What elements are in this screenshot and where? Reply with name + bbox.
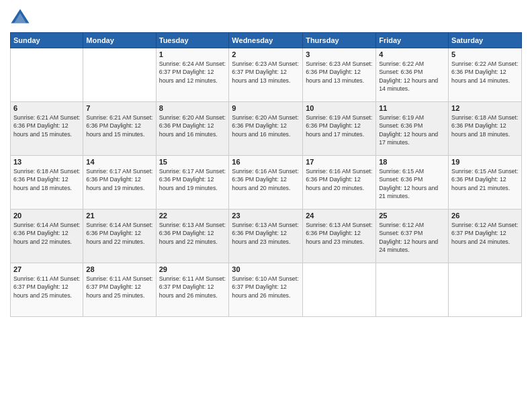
- day-number: 24: [306, 212, 373, 220]
- day-info: Sunrise: 6:20 AM Sunset: 6:36 PM Dayligh…: [159, 113, 226, 138]
- day-number: 10: [306, 104, 373, 112]
- calendar-cell: 9Sunrise: 6:20 AM Sunset: 6:36 PM Daylig…: [229, 102, 303, 156]
- calendar-cell: 17Sunrise: 6:16 AM Sunset: 6:36 PM Dayli…: [303, 156, 376, 210]
- calendar-header-row: SundayMondayTuesdayWednesdayThursdayFrid…: [11, 33, 522, 48]
- day-info: Sunrise: 6:18 AM Sunset: 6:36 PM Dayligh…: [13, 167, 80, 192]
- calendar-cell: 16Sunrise: 6:16 AM Sunset: 6:36 PM Dayli…: [229, 156, 303, 210]
- day-number: 4: [379, 50, 445, 58]
- day-number: 21: [86, 212, 152, 220]
- calendar-cell: 26Sunrise: 6:12 AM Sunset: 6:37 PM Dayli…: [449, 210, 522, 263]
- day-number: 25: [379, 212, 445, 220]
- calendar-cell: 20Sunrise: 6:14 AM Sunset: 6:36 PM Dayli…: [11, 210, 83, 263]
- day-info: Sunrise: 6:19 AM Sunset: 6:36 PM Dayligh…: [379, 113, 445, 146]
- day-number: 20: [13, 212, 80, 220]
- day-info: Sunrise: 6:21 AM Sunset: 6:36 PM Dayligh…: [13, 113, 80, 138]
- day-info: Sunrise: 6:13 AM Sunset: 6:36 PM Dayligh…: [306, 221, 373, 246]
- day-number: 11: [379, 104, 445, 112]
- logo: [10, 7, 33, 27]
- day-info: Sunrise: 6:21 AM Sunset: 6:36 PM Dayligh…: [86, 113, 152, 138]
- calendar-cell: 12Sunrise: 6:18 AM Sunset: 6:36 PM Dayli…: [449, 102, 522, 156]
- day-number: 6: [13, 104, 80, 112]
- day-number: 30: [232, 265, 300, 273]
- day-info: Sunrise: 6:18 AM Sunset: 6:36 PM Dayligh…: [451, 113, 519, 138]
- day-info: Sunrise: 6:22 AM Sunset: 6:36 PM Dayligh…: [451, 60, 519, 85]
- day-info: Sunrise: 6:20 AM Sunset: 6:36 PM Dayligh…: [232, 113, 300, 138]
- page: SundayMondayTuesdayWednesdayThursdayFrid…: [0, 0, 532, 411]
- calendar-cell: 30Sunrise: 6:10 AM Sunset: 6:37 PM Dayli…: [229, 263, 303, 317]
- calendar-cell: [303, 263, 376, 317]
- weekday-header: Sunday: [11, 33, 83, 48]
- day-number: 27: [13, 265, 80, 273]
- calendar-week-row: 1Sunrise: 6:24 AM Sunset: 6:37 PM Daylig…: [11, 48, 522, 102]
- calendar-cell: [376, 263, 449, 317]
- calendar-cell: 28Sunrise: 6:11 AM Sunset: 6:37 PM Dayli…: [83, 263, 156, 317]
- day-info: Sunrise: 6:13 AM Sunset: 6:36 PM Dayligh…: [159, 221, 226, 246]
- calendar-week-row: 20Sunrise: 6:14 AM Sunset: 6:36 PM Dayli…: [11, 210, 522, 263]
- day-info: Sunrise: 6:17 AM Sunset: 6:36 PM Dayligh…: [86, 167, 152, 192]
- calendar-cell: 24Sunrise: 6:13 AM Sunset: 6:36 PM Dayli…: [303, 210, 376, 263]
- calendar-cell: [449, 263, 522, 317]
- day-info: Sunrise: 6:14 AM Sunset: 6:36 PM Dayligh…: [13, 221, 80, 246]
- day-number: 12: [451, 104, 519, 112]
- logo-icon: [10, 7, 30, 27]
- day-info: Sunrise: 6:22 AM Sunset: 6:36 PM Dayligh…: [379, 60, 445, 93]
- calendar-cell: 22Sunrise: 6:13 AM Sunset: 6:36 PM Dayli…: [156, 210, 229, 263]
- day-info: Sunrise: 6:17 AM Sunset: 6:36 PM Dayligh…: [159, 167, 226, 192]
- weekday-header: Monday: [83, 33, 156, 48]
- calendar-cell: 27Sunrise: 6:11 AM Sunset: 6:37 PM Dayli…: [11, 263, 83, 317]
- day-info: Sunrise: 6:16 AM Sunset: 6:36 PM Dayligh…: [232, 167, 300, 192]
- calendar-week-row: 27Sunrise: 6:11 AM Sunset: 6:37 PM Dayli…: [11, 263, 522, 317]
- calendar-cell: 5Sunrise: 6:22 AM Sunset: 6:36 PM Daylig…: [449, 48, 522, 102]
- calendar-cell: 15Sunrise: 6:17 AM Sunset: 6:36 PM Dayli…: [156, 156, 229, 210]
- day-info: Sunrise: 6:11 AM Sunset: 6:37 PM Dayligh…: [159, 275, 226, 300]
- calendar-cell: 11Sunrise: 6:19 AM Sunset: 6:36 PM Dayli…: [376, 102, 449, 156]
- calendar-cell: 21Sunrise: 6:14 AM Sunset: 6:36 PM Dayli…: [83, 210, 156, 263]
- day-number: 2: [232, 50, 300, 58]
- calendar-cell: 8Sunrise: 6:20 AM Sunset: 6:36 PM Daylig…: [156, 102, 229, 156]
- day-number: 3: [306, 50, 373, 58]
- day-info: Sunrise: 6:11 AM Sunset: 6:37 PM Dayligh…: [86, 275, 152, 300]
- day-info: Sunrise: 6:23 AM Sunset: 6:37 PM Dayligh…: [232, 60, 300, 85]
- day-info: Sunrise: 6:24 AM Sunset: 6:37 PM Dayligh…: [159, 60, 226, 85]
- calendar-week-row: 13Sunrise: 6:18 AM Sunset: 6:36 PM Dayli…: [11, 156, 522, 210]
- day-number: 5: [451, 50, 519, 58]
- weekday-header: Friday: [376, 33, 449, 48]
- day-number: 8: [159, 104, 226, 112]
- calendar-cell: 6Sunrise: 6:21 AM Sunset: 6:36 PM Daylig…: [11, 102, 83, 156]
- day-number: 19: [451, 158, 519, 166]
- day-number: 1: [159, 50, 226, 58]
- day-info: Sunrise: 6:12 AM Sunset: 6:37 PM Dayligh…: [379, 221, 445, 254]
- day-info: Sunrise: 6:11 AM Sunset: 6:37 PM Dayligh…: [13, 275, 80, 300]
- weekday-header: Saturday: [449, 33, 522, 48]
- weekday-header: Thursday: [303, 33, 376, 48]
- day-info: Sunrise: 6:23 AM Sunset: 6:36 PM Dayligh…: [306, 60, 373, 85]
- day-number: 7: [86, 104, 152, 112]
- day-info: Sunrise: 6:14 AM Sunset: 6:36 PM Dayligh…: [86, 221, 152, 246]
- weekday-header: Tuesday: [156, 33, 229, 48]
- weekday-header: Wednesday: [229, 33, 303, 48]
- calendar-cell: 3Sunrise: 6:23 AM Sunset: 6:36 PM Daylig…: [303, 48, 376, 102]
- calendar-table: SundayMondayTuesdayWednesdayThursdayFrid…: [10, 32, 522, 317]
- calendar-cell: 2Sunrise: 6:23 AM Sunset: 6:37 PM Daylig…: [229, 48, 303, 102]
- day-number: 23: [232, 212, 300, 220]
- calendar-cell: 14Sunrise: 6:17 AM Sunset: 6:36 PM Dayli…: [83, 156, 156, 210]
- day-info: Sunrise: 6:15 AM Sunset: 6:36 PM Dayligh…: [451, 167, 519, 192]
- day-number: 16: [232, 158, 300, 166]
- day-info: Sunrise: 6:15 AM Sunset: 6:36 PM Dayligh…: [379, 167, 445, 200]
- day-number: 29: [159, 265, 226, 273]
- calendar-cell: 1Sunrise: 6:24 AM Sunset: 6:37 PM Daylig…: [156, 48, 229, 102]
- calendar-cell: 29Sunrise: 6:11 AM Sunset: 6:37 PM Dayli…: [156, 263, 229, 317]
- calendar-cell: 10Sunrise: 6:19 AM Sunset: 6:36 PM Dayli…: [303, 102, 376, 156]
- day-info: Sunrise: 6:16 AM Sunset: 6:36 PM Dayligh…: [306, 167, 373, 192]
- calendar-cell: [11, 48, 83, 102]
- day-number: 9: [232, 104, 300, 112]
- day-number: 28: [86, 265, 152, 273]
- day-number: 18: [379, 158, 445, 166]
- day-number: 14: [86, 158, 152, 166]
- day-number: 22: [159, 212, 226, 220]
- calendar-cell: 23Sunrise: 6:13 AM Sunset: 6:36 PM Dayli…: [229, 210, 303, 263]
- day-number: 13: [13, 158, 80, 166]
- day-number: 17: [306, 158, 373, 166]
- calendar-cell: 19Sunrise: 6:15 AM Sunset: 6:36 PM Dayli…: [449, 156, 522, 210]
- calendar-cell: 7Sunrise: 6:21 AM Sunset: 6:36 PM Daylig…: [83, 102, 156, 156]
